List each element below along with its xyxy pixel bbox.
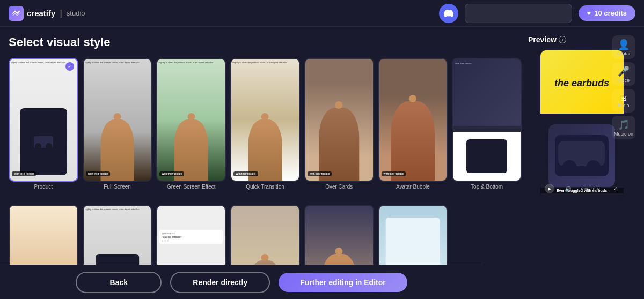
preview-title: Preview i [528,35,566,44]
topbottom-text: With their flexible [455,62,518,65]
style-grid-panel: Select visual style slightly to clean th… [9,27,528,299]
topbottom-top: With their flexible [453,59,521,126]
style-card-avatarbubble-wrapper: With their flexible Avatar Bubble [378,58,448,200]
card-label-overcards: Over Cards [304,184,374,190]
avatar-icon: 👤 [618,39,630,50]
style-card-overcards[interactable]: With their flexible [304,58,374,182]
card-label-product: Product [9,184,78,190]
style-card-fullscreen-wrapper: slightly to clean the protecto masts, or… [83,58,152,200]
topbottom-product [466,139,507,173]
card-check-product: ✓ [65,62,74,71]
credits-label: 10 credits [594,9,627,17]
style-card-product[interactable]: slightly to clean the protecto masts, or… [9,58,78,182]
card-badge-fullscreen: With their flexible [86,171,110,176]
logo[interactable]: creatify | studio [9,6,85,21]
avatar-button[interactable]: 👤 Avatar [612,35,635,59]
card-badge-overcards: With their flexible [308,171,332,176]
product-image-product [20,108,67,175]
right-panel: Preview i the earbuds [528,27,635,299]
preview-controls: ▶ 🔊 0:00 / 0:18 ⤢ [545,184,619,193]
bottom-bar: Back Render directly Further editing in … [0,265,483,299]
preview-earbuds [555,135,608,176]
preview-fullscreen-button[interactable]: ⤢ [612,185,619,192]
card-text-fullscreen: slightly to clean the protecto masts, or… [85,61,150,64]
music-icon: 🎵 [618,119,630,131]
svg-point-8 [587,160,601,175]
preview-video-title: the earbuds [550,73,613,94]
twitter-dots [162,240,221,242]
voice-icon: 🎤 [618,65,630,77]
music-label: Music on [614,131,633,137]
preview-time-display: 0:00 / 0:18 [581,186,602,191]
style-card-greenscreen[interactable]: slightly to clean the protecto masts, or… [156,58,226,182]
main-content: Select visual style slightly to clean th… [0,27,644,299]
heart-icon: ♥ [587,9,591,17]
card-text-vanilla: slightly to clean the protecto masts, or… [85,208,150,211]
svg-point-7 [562,160,577,175]
search-input[interactable] [465,4,572,23]
logo-studio-label: studio [67,9,85,17]
back-button[interactable]: Back [76,272,162,293]
preview-sound-button[interactable]: 🔊 [565,186,571,192]
voice-label: Voice [618,78,630,83]
svg-point-2 [46,143,52,150]
ratio-label: Ratio [618,103,629,108]
logo-brand-name: creatify [27,9,55,18]
card-badge-avatarbubble: With their flexible [382,171,406,176]
credits-button[interactable]: ♥ 10 credits [579,5,635,21]
style-card-overcards-wrapper: With their flexible Over Cards [304,58,374,200]
side-icon-panel: 👤 Avatar 🎤 Voice ⊞ Ratio 🎵 Music on [612,35,635,139]
person-overcards [319,108,359,181]
logo-icon [9,6,24,21]
preview-product-container [548,124,615,188]
page-title: Select visual style [9,35,522,49]
preview-video: the earbuds Ever struggled with earbuds [540,50,624,198]
card-label-topbottom: Top & Bottom [452,184,522,190]
card-label-fullscreen: Full Screen [83,184,152,190]
voice-button[interactable]: 🎤 Voice [612,62,635,86]
ratio-icon: ⊞ [620,94,627,102]
twitter-handle: @or:062b203 [162,232,221,235]
header: creatify | studio ♥ 10 credits [0,0,644,27]
style-card-greenscreen-wrapper: slightly to clean the protecto masts, or… [156,58,226,200]
style-card-product-wrapper: slightly to clean the protecto masts, or… [9,58,78,200]
info-icon[interactable]: i [559,36,566,43]
card-badge-quicktrans: With their flexible [233,171,258,176]
preview-title-text: Preview [528,35,557,44]
header-right: ♥ 10 credits [439,4,635,23]
style-grid-row1: slightly to clean the protecto masts, or… [9,58,522,200]
discord-button[interactable] [439,4,458,23]
card-label-avatarbubble: Avatar Bubble [378,184,448,190]
card-badge-product: With their flexible [12,171,36,176]
preview-play-button[interactable]: ▶ [545,184,554,193]
avatar-label: Avatar [617,51,631,56]
style-card-quicktrans-wrapper: slightly to clean the protecto masts, or… [230,58,300,200]
card-badge-greenscreen: With their flexible [159,171,184,176]
card-label-greenscreen: Green Screen Effect [156,184,226,190]
twitter-text: "stay out earbuds!" [162,236,221,238]
card-label-quicktrans: Quick Transition [230,184,300,190]
preview-top-section: the earbuds [540,50,624,117]
style-card-topbottom[interactable]: With their flexible [452,58,522,182]
style-card-fullscreen[interactable]: slightly to clean the protecto masts, or… [83,58,152,182]
card-text-greenscreen: slightly to clean the protecto masts, or… [158,61,224,64]
preview-video-inner: the earbuds Ever struggled with earbuds [540,50,624,198]
card-text-quicktrans: slightly to clean the protecto masts, or… [232,61,298,64]
editor-button[interactable]: Further editing in Editor [279,273,407,292]
render-button[interactable]: Render directly [170,272,270,293]
style-card-avatarbubble[interactable]: With their flexible [378,58,448,182]
style-card-topbottom-wrapper: With their flexible Top & Bottom [452,58,522,200]
person-avatarbubble [391,101,435,180]
twitter-quote: @or:062b203 "stay out earbuds!" [159,230,223,244]
style-card-quicktrans[interactable]: slightly to clean the protecto masts, or… [230,58,300,182]
svg-point-1 [35,143,41,150]
music-button[interactable]: 🎵 Music on [612,116,635,139]
topbottom-bottom [453,132,521,181]
ratio-button[interactable]: ⊞ Ratio [612,89,635,113]
